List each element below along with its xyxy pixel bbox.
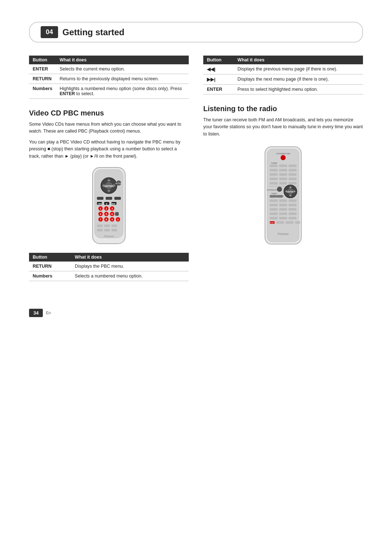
svg-rect-102	[295, 221, 300, 224]
button-name: ENTER	[29, 64, 56, 74]
button-desc: Selects a numbered menu option.	[71, 271, 189, 281]
svg-rect-95	[270, 217, 278, 219]
svg-text:SHIFT: SHIFT	[270, 222, 275, 224]
svg-text:6: 6	[111, 213, 113, 215]
remote-radio-image: STANDBY/ON TUNER	[203, 145, 363, 247]
svg-text:Pioneer: Pioneer	[277, 232, 289, 236]
svg-rect-32	[115, 212, 119, 216]
svg-text:RETURN: RETURN	[115, 183, 122, 185]
svg-rect-84	[289, 199, 297, 202]
svg-rect-43	[111, 224, 117, 227]
svg-text:5: 5	[106, 213, 107, 215]
button-name: ▶▶|	[203, 74, 234, 85]
svg-rect-55	[289, 165, 297, 167]
svg-rect-53	[270, 165, 278, 167]
svg-rect-79	[270, 195, 276, 198]
svg-rect-59	[270, 173, 278, 176]
svg-rect-12	[106, 197, 112, 200]
svg-text:STANDBY/ON: STANDBY/ON	[276, 153, 290, 155]
svg-rect-82	[270, 199, 278, 202]
page-number: 34	[29, 309, 43, 317]
table-row: ◀◀| Displays the previous menu page (if …	[203, 64, 363, 74]
button-name: ENTER	[203, 85, 234, 94]
svg-rect-41	[97, 224, 103, 227]
svg-text:Pioneer: Pioneer	[104, 235, 114, 238]
svg-rect-46	[111, 229, 117, 231]
right-column: Button What it does ◀◀| Displays the pre…	[203, 56, 363, 291]
svg-rect-42	[104, 224, 110, 227]
page-lang: En	[46, 311, 50, 315]
svg-rect-87	[289, 204, 297, 206]
remote-pbc-svg: ENTER RETURN |◀◀ ■ ▶▶|	[85, 166, 132, 246]
button-name: ◀◀|	[203, 64, 234, 74]
button-desc: Displays the PBC menu.	[71, 262, 189, 271]
svg-text:ENTER: ENTER	[287, 191, 294, 193]
svg-rect-96	[279, 217, 287, 219]
left-table-col1-header: Button	[29, 56, 56, 64]
left-column: Button What it does ENTER Selects the cu…	[29, 56, 189, 291]
button-name: RETURN	[29, 262, 71, 271]
video-cd-pbc-para1: Some Video CDs have menus from which you…	[29, 121, 189, 135]
svg-rect-58	[289, 169, 297, 171]
svg-text:4: 4	[100, 213, 101, 215]
button-desc: Press to select highlighted menu option.	[234, 85, 363, 94]
svg-rect-54	[279, 165, 287, 167]
svg-rect-90	[289, 208, 297, 211]
right-table-col1-header: Button	[203, 56, 234, 64]
button-name: RETURN	[29, 74, 56, 84]
button-desc: Selects the current menu option.	[56, 64, 189, 74]
svg-rect-66	[279, 182, 287, 185]
svg-text:TUNER: TUNER	[271, 162, 277, 164]
svg-rect-13	[114, 197, 121, 200]
svg-text:2: 2	[106, 207, 107, 210]
svg-rect-60	[279, 173, 287, 176]
video-cd-pbc-para2: You can play a PBC Video CD without havi…	[29, 139, 189, 160]
svg-rect-63	[279, 178, 287, 180]
svg-point-51	[281, 155, 286, 160]
button-desc: Returns to the previously displayed menu…	[56, 74, 189, 84]
svg-text:▶▶|: ▶▶|	[112, 203, 116, 205]
button-name: Numbers	[29, 84, 56, 99]
listening-radio-para1: The tuner can receive both FM and AM bro…	[203, 117, 363, 138]
svg-rect-57	[279, 169, 287, 171]
button-desc: Highlights a numbered menu option (some …	[56, 84, 189, 99]
bottom-left-table: Button What it does RETURN Displays the …	[29, 253, 189, 281]
svg-rect-100	[276, 221, 284, 224]
button-desc: Displays the next menu page (if there is…	[234, 74, 363, 85]
svg-text:8: 8	[106, 218, 107, 221]
svg-rect-62	[270, 178, 278, 180]
main-content: Button What it does ENTER Selects the cu…	[29, 56, 363, 291]
svg-text:1: 1	[100, 207, 101, 210]
svg-rect-92	[270, 212, 278, 215]
svg-rect-94	[289, 212, 297, 215]
table-row: Numbers Highlights a numbered menu optio…	[29, 84, 189, 99]
svg-rect-86	[279, 204, 287, 206]
svg-rect-65	[270, 182, 278, 185]
svg-text:9: 9	[111, 218, 113, 221]
remote-pbc-image: ENTER RETURN |◀◀ ■ ▶▶|	[29, 166, 189, 246]
page-number-bar: 34 En	[29, 309, 363, 317]
chapter-header: 04 Getting started	[29, 22, 363, 42]
button-desc: Displays the previous menu page (if ther…	[234, 64, 363, 74]
svg-rect-81	[276, 195, 283, 198]
svg-text:0: 0	[117, 218, 119, 221]
svg-rect-11	[97, 197, 103, 200]
svg-text:■: ■	[106, 203, 107, 205]
svg-rect-89	[279, 208, 287, 211]
listening-radio-heading: Listening to the radio	[203, 105, 363, 113]
svg-rect-45	[104, 229, 110, 231]
table-row: ENTER Selects the current menu option.	[29, 64, 189, 74]
svg-rect-64	[289, 178, 297, 180]
chapter-number: 04	[41, 26, 58, 38]
bottom-table-col2-header: What it does	[71, 253, 189, 262]
svg-rect-44	[97, 229, 103, 231]
svg-text:7: 7	[100, 218, 101, 221]
left-top-table: Button What it does ENTER Selects the cu…	[29, 56, 189, 99]
svg-rect-85	[270, 204, 278, 206]
bottom-table-col1-header: Button	[29, 253, 71, 262]
svg-rect-56	[270, 169, 278, 171]
svg-rect-101	[286, 221, 294, 224]
table-row: ▶▶| Displays the next menu page (if ther…	[203, 74, 363, 85]
svg-rect-83	[279, 199, 287, 202]
svg-rect-61	[289, 173, 297, 176]
